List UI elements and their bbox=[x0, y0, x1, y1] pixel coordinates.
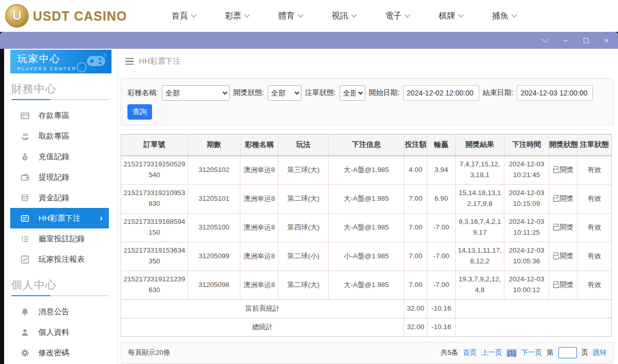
table-cell: 澳洲幸运8 bbox=[240, 156, 278, 184]
first-page-link[interactable]: 首页 bbox=[463, 348, 477, 357]
chevron-right-icon: › bbox=[100, 213, 103, 223]
window-minimize-icon[interactable]: − bbox=[561, 36, 570, 45]
col-winloss: 輸贏 bbox=[427, 134, 456, 156]
nav-item-sports[interactable]: 體育 bbox=[264, 11, 317, 22]
bet-list-icon bbox=[21, 214, 29, 223]
order-status-label: 注單狀態: bbox=[305, 88, 336, 98]
filter-panel: 彩種名稱: 全部 開獎狀態: 全部 注單狀態: 全部 開始日期: 結束日期: 查… bbox=[121, 78, 614, 125]
table-header-row: 訂單號 期數 彩種名稱 玩法 下注信息 投注額 輸贏 開獎結果 下注時間 開獎狀… bbox=[121, 134, 612, 156]
table-cell: 第三球(大) bbox=[278, 156, 329, 184]
lottery-name-label: 彩種名稱: bbox=[127, 88, 158, 98]
next-page-link[interactable]: 下一页 bbox=[521, 348, 542, 357]
table-cell: 31205100 bbox=[188, 213, 240, 242]
sidebar: 玩家中心 PLAYERS CENTER 財務中心 存款專區 取款專區 $ 充值記… bbox=[4, 49, 118, 364]
sidebar-item-announcements[interactable]: 消息公告 bbox=[10, 301, 109, 322]
col-play-type: 玩法 bbox=[278, 134, 329, 156]
start-date-input[interactable] bbox=[403, 85, 479, 101]
grand-summary-empty bbox=[456, 318, 612, 336]
table-cell: 7.00 bbox=[404, 271, 427, 299]
table-cell: 7,4,17,15,12,3,18,1 bbox=[456, 156, 504, 184]
order-status-select[interactable]: 全部 bbox=[340, 85, 365, 101]
table-cell: 澳洲幸运8 bbox=[240, 213, 278, 242]
page-summary-row: 當前頁統計 32.00 -10.16 bbox=[121, 299, 612, 318]
jump-prefix-label: 第 bbox=[547, 348, 554, 357]
report-chart-icon bbox=[21, 255, 29, 264]
col-bet-time: 下注時間 bbox=[504, 134, 549, 156]
table-cell: 已開獎 bbox=[549, 156, 577, 184]
sidebar-item-recharge-record[interactable]: $ 充值記錄 bbox=[10, 146, 109, 167]
sidebar-item-withdraw-record[interactable]: 提現記錄 bbox=[10, 167, 109, 187]
table-cell: 澳洲幸运8 bbox=[240, 271, 278, 299]
table-cell: 4.00 bbox=[404, 156, 427, 184]
table-cell: 第二球(大) bbox=[278, 184, 329, 213]
col-bet-amount: 投注額 bbox=[404, 134, 427, 156]
nav-item-slots[interactable]: 電子 bbox=[370, 11, 424, 22]
pagination-bar: 每頁顯示20條 共5条 首页 上一页 [1] 下一页 第 页 跳转 bbox=[121, 342, 614, 364]
svg-text:$: $ bbox=[24, 156, 26, 160]
window-dropdown-icon[interactable] bbox=[541, 36, 549, 45]
table-cell: 19,3,7,9,2,12,4,8 bbox=[456, 271, 504, 299]
end-date-input[interactable] bbox=[517, 85, 593, 101]
chevron-down-icon bbox=[244, 12, 250, 17]
table-cell: 9,3,16,7,4,2,19,17 bbox=[456, 213, 504, 242]
nav-item-live[interactable]: 視訊 bbox=[317, 11, 370, 22]
table-cell: 2024-12-03 10:21:45 bbox=[504, 156, 549, 184]
section-divider bbox=[11, 99, 109, 100]
page-header: HH彩票下注 bbox=[118, 49, 618, 74]
sidebar-item-room-bet-record[interactable]: 廳室投註記錄 bbox=[10, 228, 109, 249]
table-cell: 有效 bbox=[577, 184, 612, 213]
nav-item-fishing[interactable]: 捕魚 bbox=[477, 11, 531, 22]
nav-item-lottery[interactable]: 彩票 bbox=[210, 11, 264, 22]
nav-item-home[interactable]: 首頁 bbox=[157, 11, 210, 22]
table-cell: 2024-12-03 10:15:09 bbox=[504, 184, 549, 213]
withdraw-hand-icon bbox=[21, 132, 29, 141]
chevron-down-icon bbox=[351, 12, 357, 17]
table-row: 215217331921095383031205101澳洲幸运8第二球(大)大-… bbox=[121, 184, 612, 213]
grand-summary-row: 總統計 32.00 -10.16 bbox=[121, 318, 612, 336]
window-maximize-icon[interactable] bbox=[582, 36, 590, 45]
table-cell: 31205099 bbox=[188, 242, 240, 271]
col-draw-status: 開獎狀態 bbox=[549, 134, 577, 156]
window-close-icon[interactable]: × bbox=[603, 36, 611, 45]
bet-table-body: 215217331925052954031205102澳洲幸运8第三球(大)大-… bbox=[121, 156, 612, 299]
casino-logo-text: USDT CASINO bbox=[33, 9, 127, 24]
sidebar-item-change-password[interactable]: 修改密碼 bbox=[10, 342, 109, 363]
col-draw-result: 開獎結果 bbox=[456, 134, 504, 156]
coins-icon bbox=[21, 194, 29, 202]
table-cell: 有效 bbox=[577, 242, 612, 271]
col-order-no: 訂單號 bbox=[121, 134, 188, 156]
table-cell: 2152173319210953830 bbox=[121, 184, 188, 213]
draw-status-label: 開獎狀態: bbox=[233, 88, 264, 98]
table-cell: 大-A盤@1.985 bbox=[329, 213, 404, 242]
search-button[interactable]: 查詢 bbox=[127, 104, 152, 120]
table-cell: 7.00 bbox=[404, 184, 427, 213]
table-cell: 已開獎 bbox=[549, 213, 577, 242]
deposit-card-icon bbox=[21, 111, 29, 120]
gamepad-icon bbox=[74, 52, 107, 72]
moneybag-icon: $ bbox=[21, 152, 29, 161]
table-cell: 已開獎 bbox=[549, 242, 577, 271]
sidebar-item-hh-lottery-bets[interactable]: HH彩票下注 › bbox=[10, 208, 109, 228]
jump-button[interactable]: 跳转 bbox=[593, 348, 607, 357]
end-date-label: 結束日期: bbox=[483, 88, 514, 98]
chevron-down-icon bbox=[458, 12, 463, 17]
draw-status-select[interactable]: 全部 bbox=[268, 85, 302, 101]
workspace: 玩家中心 PLAYERS CENTER 財務中心 存款專區 取款專區 $ 充值記… bbox=[4, 49, 618, 364]
sidebar-item-player-report[interactable]: 玩家投注報表 bbox=[10, 249, 109, 270]
grand-summary-bet-total: 32.00 bbox=[404, 318, 427, 336]
jump-page-input[interactable] bbox=[558, 347, 577, 358]
hamburger-menu-icon[interactable] bbox=[125, 58, 134, 65]
sidebar-item-funds-record[interactable]: 資金記錄 bbox=[10, 187, 109, 208]
casino-logo[interactable]: U USDT CASINO bbox=[5, 4, 127, 28]
prev-page-link[interactable]: 上一页 bbox=[481, 348, 502, 357]
col-lottery-name: 彩種名稱 bbox=[240, 134, 278, 156]
wallet-icon bbox=[21, 173, 29, 182]
chevron-down-icon bbox=[404, 12, 410, 17]
table-row: 215217331918859415031205100澳洲幸运8第四球(大)大-… bbox=[121, 213, 612, 242]
page-title: HH彩票下注 bbox=[139, 56, 181, 66]
nav-item-cards[interactable]: 棋牌 bbox=[424, 11, 477, 22]
sidebar-item-profile[interactable]: 個人資料 bbox=[10, 322, 109, 342]
sidebar-item-deposit[interactable]: 存款專區 bbox=[10, 105, 109, 126]
lottery-name-select[interactable]: 全部 bbox=[162, 85, 230, 101]
sidebar-item-withdraw[interactable]: 取款專區 bbox=[10, 126, 109, 146]
